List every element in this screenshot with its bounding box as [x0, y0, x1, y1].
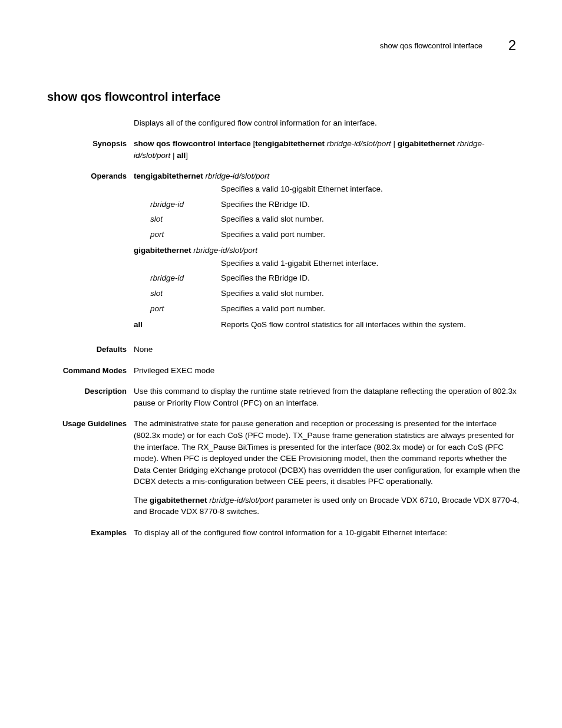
- examples-content: To display all of the configured flow co…: [134, 527, 521, 539]
- sub-desc: Specifies the RBridge ID.: [221, 199, 521, 210]
- sub-desc: Specifies a valid slot number.: [221, 213, 521, 225]
- gig-arg: rbridge-id/slot/port: [193, 246, 257, 255]
- synopsis-content: show qos flowcontrol interface [tengigab…: [134, 138, 521, 161]
- gig-desc: Specifies a valid 1-gigabit Ethernet int…: [221, 258, 521, 269]
- command-modes-content: Privileged EXEC mode: [134, 365, 521, 377]
- sub-desc: Specifies the RBridge ID.: [221, 272, 521, 284]
- sub-operand-row: rbridge-id Specifies the RBridge ID.: [134, 272, 521, 284]
- gig-kw: gigabitethernet: [134, 246, 191, 255]
- sub-desc: Specifies a valid slot number.: [221, 288, 521, 299]
- running-title: show qos flowcontrol interface: [380, 41, 482, 50]
- sub-term: slot: [150, 288, 221, 299]
- teng-kw: tengigabitethernet: [134, 172, 203, 180]
- syn-arg1: rbridge-id/slot/port: [327, 139, 391, 148]
- description-label: Description: [47, 386, 134, 397]
- usage-row: Usage Guidelines The administrative stat…: [47, 418, 521, 518]
- syn-teng: tengigabitethernet: [255, 139, 325, 148]
- usage-label: Usage Guidelines: [47, 418, 134, 430]
- sub-operand-row: port Specifies a valid port number.: [134, 229, 521, 241]
- operand-gig: gigabitethernet rbridge-id/slot/port Spe…: [134, 245, 521, 314]
- operand-all: all Reports QoS flow control statistics …: [134, 319, 521, 331]
- syn-bracket2: ]: [186, 151, 188, 160]
- description-row: Description Use this command to display …: [47, 386, 521, 409]
- synopsis-label: Synopsis: [47, 138, 134, 150]
- operand-teng-term: tengigabitethernet rbridge-id/slot/port: [134, 170, 521, 182]
- command-modes-label: Command Modes: [47, 365, 134, 377]
- running-header: show qos flowcontrol interface 2: [47, 35, 521, 56]
- usage-content: The administrative state for pause gener…: [134, 418, 521, 518]
- u2b: gigabitethernet: [150, 496, 207, 505]
- syn-gig: gigabitethernet: [398, 139, 455, 148]
- teng-desc: Specifies a valid 10-gigabit Ethernet in…: [221, 183, 521, 195]
- intro-text: Displays all of the configured flow cont…: [134, 117, 521, 129]
- sub-operand-row: slot Specifies a valid slot number.: [134, 213, 521, 225]
- sub-term: rbridge-id: [150, 272, 221, 284]
- defaults-content: None: [134, 344, 521, 355]
- all-kw: all: [134, 319, 221, 331]
- command-title: show qos flowcontrol interface: [47, 88, 521, 106]
- syn-all: all: [177, 151, 186, 160]
- syn-pipe: |: [391, 139, 398, 148]
- command-modes-row: Command Modes Privileged EXEC mode: [47, 365, 521, 377]
- u2a: The: [134, 496, 150, 505]
- sub-desc: Specifies a valid port number.: [221, 229, 521, 241]
- synopsis-row: Synopsis show qos flowcontrol interface …: [47, 138, 521, 161]
- all-desc: Reports QoS flow control statistics for …: [221, 319, 521, 331]
- examples-label: Examples: [47, 527, 134, 539]
- defaults-label: Defaults: [47, 344, 134, 355]
- sub-term: port: [150, 229, 221, 241]
- sub-desc: Specifies a valid port number.: [221, 303, 521, 315]
- u2d: rbridge-id/slot/port: [209, 496, 273, 505]
- sub-operand-row: port Specifies a valid port number.: [134, 303, 521, 315]
- syn-cmd: show qos flowcontrol interface: [134, 139, 251, 148]
- teng-arg: rbridge-id/slot/port: [206, 172, 270, 180]
- sub-term: slot: [150, 213, 221, 225]
- usage-p2: The gigabitethernet rbridge-id/slot/port…: [134, 495, 521, 518]
- examples-row: Examples To display all of the configure…: [47, 527, 521, 539]
- chapter-number: 2: [508, 37, 516, 53]
- sub-operand-row: rbridge-id Specifies the RBridge ID.: [134, 199, 521, 210]
- sub-operand-row: slot Specifies a valid slot number.: [134, 288, 521, 299]
- sub-term: port: [150, 303, 221, 315]
- operand-teng: tengigabitethernet rbridge-id/slot/port …: [134, 170, 521, 240]
- description-content: Use this command to display the runtime …: [134, 386, 521, 409]
- operands-label: Operands: [47, 170, 134, 182]
- sub-term: rbridge-id: [150, 199, 221, 210]
- operands-content: tengigabitethernet rbridge-id/slot/port …: [134, 170, 521, 334]
- syn-pipe2: |: [170, 151, 177, 160]
- operands-row: Operands tengigabitethernet rbridge-id/s…: [47, 170, 521, 334]
- usage-p1: The administrative state for pause gener…: [134, 418, 521, 487]
- operand-gig-term: gigabitethernet rbridge-id/slot/port: [134, 245, 521, 256]
- defaults-row: Defaults None: [47, 344, 521, 355]
